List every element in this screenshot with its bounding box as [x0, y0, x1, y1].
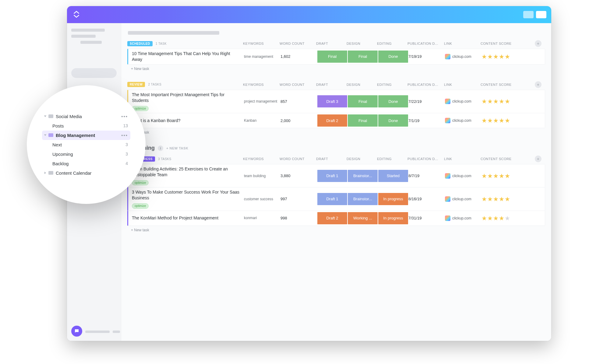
column-header-editing[interactable]: EDITING — [377, 157, 407, 161]
chat-button[interactable] — [71, 326, 82, 337]
column-header-word_count[interactable]: WORD COUNT — [280, 42, 316, 45]
window-controls — [523, 11, 546, 18]
editing-status-cell[interactable]: Done — [378, 95, 408, 107]
new-task-button[interactable]: + New task — [127, 226, 545, 235]
draft-status-cell[interactable]: Draft 3 — [317, 95, 347, 107]
editing-status-cell[interactable]: In progress — [378, 212, 408, 224]
editing-status-cell[interactable]: Started — [378, 170, 408, 182]
design-status-cell[interactable]: Brainstor... — [348, 193, 378, 205]
draft-status-cell[interactable]: Draft 2 — [317, 212, 347, 224]
task-title[interactable]: The KonMari Method for Project Managemen… — [128, 215, 244, 221]
column-header-content_score[interactable]: CONTENT SCORE — [481, 83, 532, 86]
task-row[interactable]: The Most Important Project Management Ti… — [127, 90, 545, 113]
new-task-button[interactable]: + New task — [127, 128, 545, 137]
column-header-link[interactable]: LINK — [444, 83, 481, 86]
content-score-stars[interactable]: ★★★★★ — [481, 117, 533, 124]
caret-icon — [44, 172, 46, 174]
design-status-cell[interactable]: Working ... — [348, 212, 378, 224]
column-header-editing[interactable]: EDITING — [377, 83, 407, 86]
link-cell[interactable]: clickup.com — [445, 118, 481, 123]
editing-status-cell[interactable]: In progress — [378, 193, 408, 205]
sidebar-list-item[interactable]: Posts13 — [42, 121, 130, 131]
sidebar-folder[interactable]: Social Media••• — [42, 112, 130, 121]
column-header-design[interactable]: DESIGN — [347, 42, 377, 45]
window-maximize-button[interactable] — [536, 11, 546, 18]
content-score-stars[interactable]: ★★★★★ — [481, 53, 533, 60]
new-task-button[interactable]: + New task — [127, 64, 545, 73]
link-cell[interactable]: clickup.com — [445, 196, 481, 202]
link-cell[interactable]: clickup.com — [445, 99, 481, 104]
search-input[interactable] — [71, 68, 117, 78]
column-header-draft[interactable]: DRAFT — [316, 83, 347, 86]
column-header-draft[interactable]: DRAFT — [316, 42, 347, 45]
star-icon: ★ — [487, 53, 493, 60]
column-header-word_count[interactable]: WORD COUNT — [280, 157, 316, 161]
task-row[interactable]: The KonMari Method for Project Managemen… — [127, 211, 545, 226]
content-score-stars[interactable]: ★★★★★ — [481, 215, 533, 222]
sidebar-folder[interactable]: Content Calendar — [42, 168, 130, 178]
content-score-stars[interactable]: ★★★★★ — [481, 172, 533, 180]
column-header-pub_date[interactable]: PUBLICATION D... — [407, 42, 444, 45]
draft-status-cell[interactable]: Final — [317, 51, 347, 63]
column-header-link[interactable]: LINK — [444, 157, 481, 161]
group-header-row: REVIEW2 TASKSKEYWORDSWORD COUNTDRAFTDESI… — [127, 81, 545, 90]
link-cell[interactable]: clickup.com — [445, 54, 481, 59]
column-header-draft[interactable]: DRAFT — [316, 157, 347, 161]
publication-date-cell: 7/1/19 — [408, 118, 445, 123]
column-header-keywords[interactable]: KEYWORDS — [243, 42, 280, 45]
draft-status-cell[interactable]: Draft 2 — [317, 114, 347, 127]
star-icon: ★ — [487, 117, 493, 124]
column-header-keywords[interactable]: KEYWORDS — [243, 157, 280, 161]
star-icon: ★ — [493, 98, 499, 105]
sidebar-list-item[interactable]: Next3 — [42, 140, 130, 149]
task-row[interactable]: Team Building Activities: 25 Exercises t… — [127, 164, 545, 187]
column-header-content_score[interactable]: CONTENT SCORE — [481, 42, 532, 45]
column-header-design[interactable]: DESIGN — [347, 157, 377, 161]
sidebar-folder[interactable]: Blog Management••• — [42, 131, 130, 140]
content-score-stars[interactable]: ★★★★★ — [481, 195, 533, 203]
group-header-row: SCHEDULED1 TASKKEYWORDSWORD COUNTDRAFTDE… — [127, 40, 545, 49]
add-column-button[interactable]: + — [535, 40, 541, 47]
column-header-pub_date[interactable]: PUBLICATION D... — [407, 83, 444, 86]
task-title[interactable]: 10 Time Management Tips That Can Help Yo… — [128, 51, 244, 62]
design-status-cell[interactable]: Final — [348, 114, 378, 127]
new-task-button[interactable]: + NEW TASK — [166, 146, 188, 150]
design-status-cell[interactable]: Final — [348, 95, 378, 107]
more-icon[interactable]: ••• — [121, 114, 128, 119]
add-column-button[interactable]: + — [535, 156, 541, 162]
editing-status-cell[interactable]: Done — [378, 114, 408, 127]
column-header-word_count[interactable]: WORD COUNT — [280, 83, 316, 86]
column-header-editing[interactable]: EDITING — [377, 42, 407, 45]
column-header-design[interactable]: DESIGN — [347, 83, 377, 86]
task-title[interactable]: Team Building Activities: 25 Exercises t… — [128, 166, 244, 185]
column-header-link[interactable]: LINK — [444, 42, 481, 45]
add-column-button[interactable]: + — [535, 81, 541, 88]
status-pill[interactable]: SCHEDULED — [127, 41, 153, 46]
task-row[interactable]: What is a Kanban Board?Kanban2,000Draft … — [127, 113, 545, 128]
draft-status-cell[interactable]: Draft 1 — [317, 193, 347, 205]
task-row[interactable]: 10 Time Management Tips That Can Help Yo… — [127, 49, 545, 65]
link-cell[interactable]: clickup.com — [445, 215, 481, 221]
app-window: SCHEDULED1 TASKKEYWORDSWORD COUNTDRAFTDE… — [67, 6, 551, 341]
link-text: clickup.com — [452, 118, 471, 123]
sidebar-list-item[interactable]: Backlog4 — [42, 159, 130, 168]
task-row[interactable]: 3 Ways To Make Customer Success Work For… — [127, 187, 545, 211]
task-title[interactable]: The Most Important Project Management Ti… — [128, 92, 244, 111]
status-pill[interactable]: REVIEW — [127, 82, 145, 87]
more-icon[interactable]: ••• — [121, 133, 128, 138]
column-header-content_score[interactable]: CONTENT SCORE — [481, 157, 532, 161]
task-title[interactable]: What is a Kanban Board? — [128, 118, 244, 124]
draft-status-cell[interactable]: Draft 1 — [317, 170, 347, 182]
link-cell[interactable]: clickup.com — [445, 173, 481, 179]
info-icon[interactable]: i — [158, 145, 163, 151]
task-title[interactable]: 3 Ways To Make Customer Success Work For… — [128, 189, 244, 208]
editing-status-cell[interactable]: Done — [378, 51, 408, 63]
column-header-pub_date[interactable]: PUBLICATION D... — [407, 157, 444, 161]
window-minimize-button[interactable] — [523, 11, 534, 18]
optimize-tag: optimize — [132, 203, 149, 209]
design-status-cell[interactable]: Final — [348, 51, 378, 63]
content-score-stars[interactable]: ★★★★★ — [481, 98, 533, 105]
design-status-cell[interactable]: Brainstor... — [348, 170, 378, 182]
sidebar-list-item[interactable]: Upcoming3 — [42, 149, 130, 159]
column-header-keywords[interactable]: KEYWORDS — [243, 83, 280, 86]
